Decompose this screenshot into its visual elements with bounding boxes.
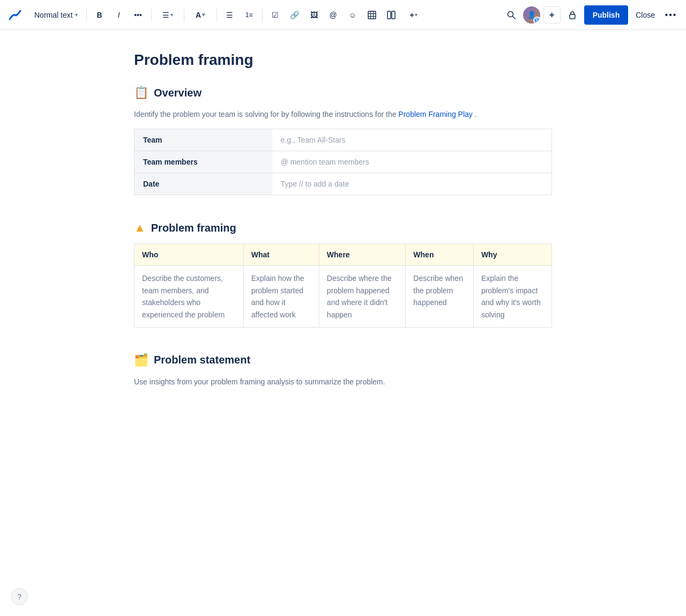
- app-logo[interactable]: [6, 6, 24, 24]
- svg-rect-10: [570, 14, 575, 19]
- task-button[interactable]: ☑: [267, 6, 284, 24]
- divider-3: [184, 9, 184, 21]
- svg-rect-1: [368, 11, 376, 19]
- date-label: Date: [135, 173, 272, 195]
- more-text-button[interactable]: •••: [130, 6, 147, 24]
- problem-framing-icon: ▲: [134, 221, 146, 235]
- text-style-label: Normal text: [34, 11, 73, 19]
- mention-button[interactable]: @: [325, 6, 342, 24]
- framing-table-row: Describe the customers, team members, an…: [135, 266, 552, 328]
- divider-1: [86, 9, 87, 21]
- what-cell[interactable]: Explain how the problem started and how …: [243, 266, 319, 328]
- avatar[interactable]: 👤 T: [523, 6, 540, 24]
- overview-heading: 📋 Overview: [134, 86, 552, 100]
- col-who: Who: [135, 244, 244, 266]
- date-value[interactable]: Type // to add a date: [272, 173, 552, 195]
- divider-5: [262, 9, 263, 21]
- why-cell[interactable]: Explain the problem's impact and why it'…: [473, 266, 551, 328]
- overview-description: Identify the problem your team is solvin…: [134, 108, 552, 120]
- table-row: Team members @ mention team members: [135, 151, 552, 173]
- table-row: Team e.g., Team All-Stars: [135, 129, 552, 151]
- problem-statement-heading: 🗂️ Problem statement: [134, 353, 552, 367]
- problem-framing-heading: ▲ Problem framing: [134, 221, 552, 235]
- problem-statement-section: 🗂️ Problem statement Use insights from y…: [134, 353, 552, 388]
- overview-table: Team e.g., Team All-Stars Team members @…: [134, 129, 552, 195]
- bold-button[interactable]: B: [91, 6, 108, 24]
- who-cell[interactable]: Describe the customers, team members, an…: [135, 266, 244, 328]
- where-cell[interactable]: Describe where the problem happened and …: [319, 266, 405, 328]
- image-button[interactable]: 🖼: [305, 6, 323, 24]
- framing-table: Who What Where When Why Describe the cus…: [134, 243, 552, 328]
- when-cell[interactable]: Describe when the problem happened: [406, 266, 474, 328]
- toolbar-right: 👤 T + Publish Close •••: [503, 5, 680, 25]
- col-when: When: [406, 244, 474, 266]
- numbered-list-button[interactable]: 1≡: [241, 6, 258, 24]
- col-why: Why: [473, 244, 551, 266]
- col-where: Where: [319, 244, 405, 266]
- divider-4: [217, 9, 217, 21]
- more-options-button[interactable]: •••: [662, 6, 680, 24]
- svg-rect-6: [387, 11, 391, 19]
- svg-line-9: [512, 16, 515, 19]
- svg-rect-7: [392, 11, 395, 19]
- overview-section: 📋 Overview Identify the problem your tea…: [134, 86, 552, 195]
- problem-framing-play-link[interactable]: Problem Framing Play: [398, 110, 473, 118]
- table-button[interactable]: [363, 6, 381, 24]
- publish-button[interactable]: Publish: [584, 5, 629, 25]
- problem-statement-description: Use insights from your problem framing a…: [134, 376, 552, 388]
- toolbar: Normal text ▾ B I ••• ☰ ▾ A ▾ ☰ 1≡ ☑ 🔗: [0, 0, 686, 30]
- table-row: Date Type // to add a date: [135, 173, 552, 195]
- text-style-chevron: ▾: [75, 12, 78, 18]
- overview-icon: 📋: [134, 86, 148, 100]
- page-title: Problem framing: [134, 51, 552, 69]
- link-button[interactable]: 🔗: [286, 6, 303, 24]
- team-members-label: Team members: [135, 151, 272, 173]
- add-button[interactable]: +: [543, 6, 561, 24]
- text-style-selector[interactable]: Normal text ▾: [30, 5, 82, 25]
- layout-button[interactable]: [383, 6, 400, 24]
- restrict-button[interactable]: [564, 6, 581, 24]
- col-what: What: [243, 244, 319, 266]
- align-button[interactable]: ☰ ▾: [156, 6, 180, 24]
- italic-button[interactable]: I: [110, 6, 128, 24]
- insert-more-button[interactable]: + ▾: [402, 6, 426, 24]
- team-value[interactable]: e.g., Team All-Stars: [272, 129, 552, 151]
- problem-framing-section: ▲ Problem framing Who What Where When Wh…: [134, 221, 552, 328]
- close-button[interactable]: Close: [631, 5, 659, 25]
- avatar-badge: T: [533, 17, 540, 24]
- framing-table-header-row: Who What Where When Why: [135, 244, 552, 266]
- emoji-button[interactable]: ☺: [344, 6, 361, 24]
- bullet-list-button[interactable]: ☰: [221, 6, 238, 24]
- team-label: Team: [135, 129, 272, 151]
- page-content: Problem framing 📋 Overview Identify the …: [102, 30, 584, 456]
- problem-statement-icon: 🗂️: [134, 353, 148, 367]
- team-members-value[interactable]: @ mention team members: [272, 151, 552, 173]
- search-button[interactable]: [503, 6, 520, 24]
- font-color-button[interactable]: A ▾: [189, 6, 212, 24]
- divider-2: [151, 9, 152, 21]
